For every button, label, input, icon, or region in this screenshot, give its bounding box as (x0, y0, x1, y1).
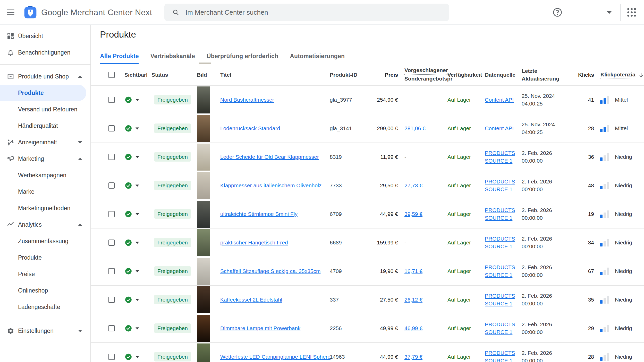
row-checkbox[interactable] (108, 211, 115, 217)
suggested-sale-price[interactable]: 27,73 € (404, 182, 422, 189)
row-checkbox[interactable] (108, 125, 115, 131)
sidebar-item-marketing[interactable]: Marketing (0, 151, 90, 167)
sidebar-item-anzeigeninhalt[interactable]: Anzeigeninhalt (0, 134, 90, 151)
product-image[interactable] (197, 229, 210, 256)
sidebar-item-onlineshop[interactable]: Onlineshop (0, 282, 90, 299)
sidebar-item-werbekampagnen[interactable]: Werbekampagnen (0, 167, 90, 183)
product-title-link[interactable]: Nord Bushcraftmesser (220, 97, 274, 103)
product-title-link[interactable]: Kaffeekessel 2L Edelstahl (220, 297, 282, 303)
visibility-status[interactable] (125, 182, 139, 189)
data-source-link[interactable]: PRODUCTSSOURCE 1 (485, 263, 515, 279)
column-header-visibility[interactable]: Sichtbarl (124, 72, 148, 78)
suggested-sale-price[interactable]: 26,12 € (404, 297, 422, 303)
tab-alle-produkte[interactable]: Alle Produkte (100, 48, 139, 64)
product-image[interactable] (197, 315, 210, 342)
suggested-sale-price[interactable]: 16,71 € (404, 268, 422, 274)
sidebar-item-ladengeschäfte[interactable]: Ladengeschäfte (0, 299, 90, 315)
product-title-link[interactable]: Lodenrucksack Standard (220, 125, 280, 131)
column-header-price[interactable]: Preis (354, 72, 398, 78)
product-image[interactable] (197, 86, 210, 113)
column-header-title[interactable]: Titel (220, 72, 231, 78)
product-title-link[interactable]: Schaffell Sitzauflage S eckig ca. 35x35c… (220, 268, 321, 274)
suggested-sale-price[interactable]: 281,06 € (404, 125, 426, 131)
tab-überprüfung-erforderlich[interactable]: Überprüfung erforderlich (207, 48, 278, 64)
visibility-status[interactable] (125, 325, 139, 332)
column-header-clicks[interactable]: Klicks (573, 72, 594, 78)
row-checkbox[interactable] (108, 354, 115, 360)
product-title-link[interactable]: Klappmesser aus italienischem Olivenholz (220, 182, 321, 189)
search-bar[interactable] (164, 4, 449, 21)
data-source-link[interactable]: PRODUCTSSOURCE 1 (485, 349, 515, 362)
row-checkbox[interactable] (108, 325, 115, 331)
product-title-link[interactable]: ultraleichte Stirnlampe Smini Fly (220, 211, 298, 217)
data-source-link[interactable]: Content API (485, 96, 514, 104)
product-title-link[interactable]: Leder Scheide für Old Bear Klappmesser (220, 154, 319, 160)
column-header-click-potential[interactable]: Klickpotenzia (600, 72, 644, 78)
sidebar-item-benachrichtigungen[interactable]: Benachrichtigungen (0, 44, 90, 61)
visibility-status[interactable] (125, 125, 139, 132)
row-checkbox[interactable] (108, 240, 115, 246)
visibility-status[interactable] (125, 268, 139, 275)
column-header-product-id[interactable]: Produkt-ID (330, 72, 357, 78)
product-title-link[interactable]: Dimmbare Lampe mit Powerbank (220, 325, 301, 331)
product-image[interactable] (197, 201, 210, 228)
sidebar-item-preise[interactable]: Preise (0, 266, 90, 282)
suggested-sale-price[interactable]: 39,59 € (404, 211, 422, 217)
tab-vertriebskanäle[interactable]: Vertriebskanäle (150, 48, 195, 64)
data-source-link[interactable]: PRODUCTSSOURCE 1 (485, 292, 515, 307)
product-image[interactable] (197, 144, 210, 171)
account-switcher-caret-icon[interactable] (607, 11, 612, 14)
suggested-sale-price[interactable]: 37,79 € (404, 354, 422, 360)
visibility-status[interactable] (125, 211, 139, 218)
product-title-link[interactable]: Wetterfeste LED-Campinglampe LENI Sphere (220, 354, 331, 360)
visibility-status[interactable] (125, 239, 139, 246)
row-checkbox[interactable] (108, 154, 115, 160)
column-header-last-update[interactable]: Letzte Aktualisierung (522, 67, 559, 83)
sidebar-item-händlerqualität[interactable]: Händlerqualität (0, 118, 90, 134)
visibility-status[interactable] (125, 96, 139, 103)
column-header-suggested-sale-price[interactable]: Vorgeschlagener Sonderangebotspr (404, 66, 453, 83)
column-header-availability[interactable]: Verfügbarkeit (447, 72, 482, 78)
sidebar-item-analytics[interactable]: Analytics (0, 216, 90, 233)
sidebar-item-zusammenfassung[interactable]: Zusammenfassung (0, 233, 90, 249)
apps-grid-icon[interactable] (626, 7, 637, 18)
product-title-link[interactable]: praktischer Hängetisch Fred (220, 240, 288, 246)
sidebar-item-versand-und-retouren[interactable]: Versand und Retouren (0, 101, 90, 118)
sidebar-item-marke[interactable]: Marke (0, 183, 90, 200)
data-source-link[interactable]: PRODUCTSSOURCE 1 (485, 206, 515, 222)
help-icon[interactable] (552, 7, 563, 17)
sort-descending-icon[interactable] (638, 72, 644, 78)
column-header-status[interactable]: Status (151, 72, 168, 78)
sidebar-item-produkte[interactable]: Produkte (0, 85, 86, 101)
row-checkbox[interactable] (108, 182, 115, 189)
status-badge: Freigegeben (154, 123, 191, 133)
column-header-source[interactable]: Datenquelle (485, 72, 515, 78)
data-source-link[interactable]: PRODUCTSSOURCE 1 (485, 321, 515, 336)
column-header-image[interactable]: Bild (197, 72, 207, 78)
data-source-link[interactable]: PRODUCTSSOURCE 1 (485, 235, 515, 250)
product-image[interactable] (197, 115, 210, 142)
suggested-sale-price[interactable]: 46,99 € (404, 325, 422, 331)
product-image[interactable] (197, 286, 210, 313)
search-input[interactable] (185, 8, 449, 16)
sidebar-item-produkte-und-shop[interactable]: Produkte und Shop (0, 68, 90, 85)
product-image[interactable] (197, 343, 210, 362)
sidebar-item-produkte[interactable]: Produkte (0, 249, 90, 266)
row-checkbox[interactable] (108, 268, 115, 274)
data-source-link[interactable]: PRODUCTSSOURCE 1 (485, 178, 515, 193)
product-image[interactable] (197, 258, 210, 285)
hamburger-menu-icon[interactable] (7, 10, 14, 15)
tab-automatisierungen[interactable]: Automatisierungen (290, 48, 345, 64)
row-checkbox[interactable] (108, 297, 115, 303)
data-source-link[interactable]: PRODUCTSSOURCE 1 (485, 149, 515, 165)
visibility-status[interactable] (125, 296, 139, 303)
select-all-checkbox[interactable] (108, 72, 115, 78)
visibility-status[interactable] (125, 354, 139, 360)
visibility-status[interactable] (125, 154, 139, 161)
row-checkbox[interactable] (108, 97, 115, 103)
product-image[interactable] (197, 172, 210, 199)
data-source-link[interactable]: Content API (485, 125, 514, 132)
sidebar-item-übersicht[interactable]: Übersicht (0, 28, 90, 44)
sidebar-item-marketingmethoden[interactable]: Marketingmethoden (0, 200, 90, 216)
sidebar-item-einstellungen[interactable]: Einstellungen (0, 323, 90, 339)
